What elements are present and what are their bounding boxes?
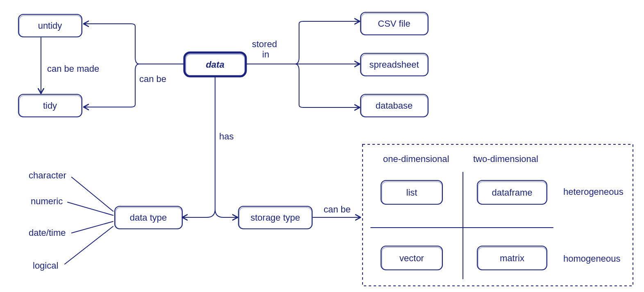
- node-storage-type-label: storage type: [250, 212, 300, 223]
- node-tidy: tidy: [18, 94, 82, 117]
- node-vector: vector: [381, 246, 442, 270]
- node-csv-label: CSV file: [378, 18, 410, 29]
- edge-stored-in-label-2: in: [262, 49, 269, 59]
- leaf-datetime: date/time: [29, 228, 66, 238]
- storage-quadrant-panel: one-dimensional two-dimensional heteroge…: [363, 144, 633, 286]
- node-data-type-label: data type: [130, 212, 167, 223]
- node-dataframe-label: dataframe: [492, 187, 532, 198]
- quadrant-row1: heterogeneous: [563, 187, 624, 197]
- edge-storage-canbe: can be: [313, 204, 361, 217]
- edge-storage-canbe-label: can be: [324, 204, 351, 214]
- node-csv: CSV file: [361, 12, 428, 35]
- leaves-data-type: character numeric date/time logical: [29, 170, 113, 271]
- node-untidy-label: untidy: [38, 21, 62, 31]
- node-tidy-label: tidy: [43, 100, 57, 111]
- edge-canbe-label: can be: [139, 74, 166, 84]
- node-storage-type: storage type: [238, 206, 312, 229]
- concept-map: data untidy tidy can be made can be CSV …: [0, 0, 644, 292]
- leaf-logical: logical: [33, 260, 58, 271]
- node-data-type: data type: [115, 206, 182, 229]
- edge-stored-in: stored in: [247, 21, 360, 107]
- node-untidy: untidy: [18, 14, 82, 37]
- svg-rect-16: [363, 144, 633, 286]
- node-database-label: database: [376, 100, 413, 111]
- node-database: database: [361, 94, 428, 117]
- edge-stored-in-label-1: stored: [252, 39, 277, 49]
- node-data: data: [184, 52, 246, 76]
- node-matrix: matrix: [477, 246, 547, 270]
- node-data-label: data: [206, 59, 224, 70]
- node-spreadsheet-label: spreadsheet: [369, 59, 419, 70]
- edge-has: has: [182, 77, 238, 217]
- node-spreadsheet: spreadsheet: [361, 53, 428, 76]
- node-list-label: list: [406, 187, 417, 198]
- leaf-numeric: numeric: [31, 196, 63, 206]
- node-list: list: [381, 180, 442, 204]
- node-dataframe: dataframe: [477, 180, 547, 204]
- quadrant-row2: homogeneous: [563, 253, 620, 264]
- edge-has-label: has: [219, 131, 234, 141]
- quadrant-col2: two-dimensional: [473, 154, 538, 164]
- node-vector-label: vector: [399, 253, 424, 263]
- node-matrix-label: matrix: [500, 253, 524, 263]
- quadrant-col1: one-dimensional: [383, 154, 449, 164]
- leaf-character: character: [29, 170, 66, 180]
- edge-can-be-made-label: can be made: [47, 64, 99, 74]
